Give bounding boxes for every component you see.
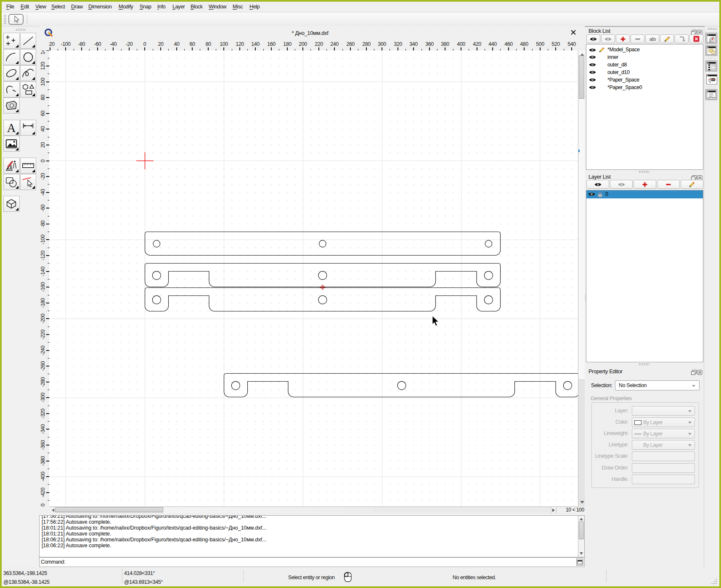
svg-text:320: 320 xyxy=(394,41,402,47)
svg-text:-360: -360 xyxy=(40,440,46,450)
svg-text:380: 380 xyxy=(441,41,449,47)
svg-text:20: 20 xyxy=(49,41,55,47)
svg-text:260: 260 xyxy=(346,41,355,47)
svg-text:-80: -80 xyxy=(40,220,46,227)
svg-text:-180: -180 xyxy=(40,298,46,308)
svg-text:180: 180 xyxy=(283,41,292,47)
svg-text:440: 440 xyxy=(488,41,497,47)
svg-text:-240: -240 xyxy=(40,345,46,356)
svg-text:-40: -40 xyxy=(40,189,46,196)
svg-text:-140: -140 xyxy=(40,266,46,277)
svg-text:500: 500 xyxy=(536,41,544,47)
svg-text:-80: -80 xyxy=(78,41,85,47)
svg-text:40: 40 xyxy=(40,126,46,132)
svg-text:460: 460 xyxy=(504,41,513,47)
svg-text:a: a xyxy=(649,37,652,42)
svg-text:100: 100 xyxy=(220,41,228,47)
svg-text:-20: -20 xyxy=(126,41,133,47)
svg-text:60: 60 xyxy=(190,41,195,47)
svg-text:280: 280 xyxy=(362,41,371,47)
svg-text:-200: -200 xyxy=(40,314,46,324)
svg-text:-160: -160 xyxy=(40,282,46,292)
svg-text:20: 20 xyxy=(158,41,164,47)
svg-text:120: 120 xyxy=(236,41,244,47)
svg-text:420: 420 xyxy=(473,41,481,47)
svg-text:-260: -260 xyxy=(40,361,46,371)
svg-text:-40: -40 xyxy=(110,41,117,47)
svg-text:0: 0 xyxy=(40,504,46,506)
svg-text:80: 80 xyxy=(206,41,211,47)
svg-text:-100: -100 xyxy=(40,235,46,245)
svg-text:480: 480 xyxy=(520,41,528,47)
svg-text:0: 0 xyxy=(40,159,46,162)
svg-text:A: A xyxy=(7,121,16,134)
svg-text:-100: -100 xyxy=(61,41,71,47)
svg-text:360: 360 xyxy=(425,41,434,47)
svg-text:-280: -280 xyxy=(40,377,46,387)
svg-text:400: 400 xyxy=(457,41,465,47)
svg-text:-60: -60 xyxy=(94,41,101,47)
svg-text:-380: -380 xyxy=(40,456,46,466)
svg-text:520: 520 xyxy=(551,41,560,47)
svg-text:120: 120 xyxy=(40,62,46,70)
svg-text:220: 220 xyxy=(315,41,323,47)
svg-text:140: 140 xyxy=(251,41,260,47)
svg-text:100: 100 xyxy=(40,78,46,86)
svg-text:b: b xyxy=(653,37,656,42)
svg-text:40: 40 xyxy=(174,41,180,47)
svg-text:-60: -60 xyxy=(40,204,46,211)
svg-text:-300: -300 xyxy=(40,393,46,403)
svg-text:240: 240 xyxy=(330,41,339,47)
svg-text:-400: -400 xyxy=(40,472,46,482)
svg-text:-120: -120 xyxy=(40,250,46,261)
svg-text:-340: -340 xyxy=(40,424,46,434)
svg-text:340: 340 xyxy=(409,41,418,47)
svg-text:80: 80 xyxy=(40,95,46,100)
svg-text:-320: -320 xyxy=(40,409,46,419)
svg-text:20: 20 xyxy=(40,142,46,148)
svg-text:60: 60 xyxy=(40,111,46,116)
svg-text:0: 0 xyxy=(143,41,146,47)
svg-text:-420: -420 xyxy=(40,488,46,498)
svg-text:160: 160 xyxy=(267,41,276,47)
svg-text:-20: -20 xyxy=(40,173,46,180)
svg-text:200: 200 xyxy=(299,41,307,47)
svg-text:540: 540 xyxy=(567,41,576,47)
svg-text:140: 140 xyxy=(40,50,46,55)
svg-text:-220: -220 xyxy=(40,330,46,340)
svg-text:300: 300 xyxy=(378,41,386,47)
